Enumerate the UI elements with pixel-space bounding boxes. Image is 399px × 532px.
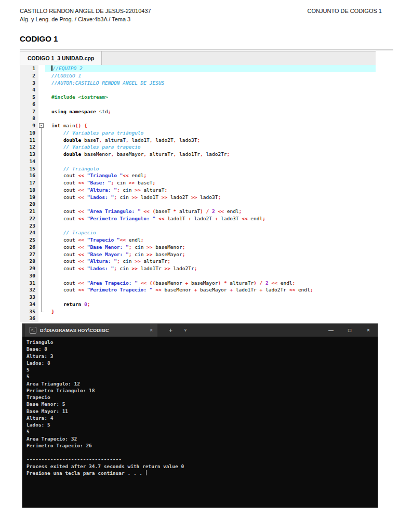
fold-gutter [38, 236, 45, 244]
close-icon[interactable]: × [359, 327, 378, 333]
line-number: 17 [20, 179, 38, 187]
code-text [45, 315, 376, 322]
console-line [26, 449, 378, 456]
line-number: 29 [20, 265, 38, 272]
code-line: 32 cout << "Perimetro Trapecio: " << bas… [20, 286, 376, 294]
console-line: Altura: 4 [26, 415, 378, 421]
code-line: 16 cout << "Triangulo "<< endl; [20, 172, 376, 179]
code-line: 17 cout << "Base: "; cin >> baseT; [20, 179, 376, 187]
line-number: 7 [20, 108, 38, 115]
fold-gutter [38, 229, 45, 236]
terminal-tab[interactable]: >_ D:\DIAGRAMAS HOY\CODIGC × [25, 324, 157, 337]
line-number: 31 [20, 280, 38, 287]
code-line: 6 [20, 101, 376, 108]
tab-close-icon[interactable]: × [150, 327, 153, 333]
code-text [45, 272, 376, 280]
line-number: 13 [20, 151, 38, 158]
code-text: cout << "Altura: "; cin >> alturaT; [45, 187, 376, 194]
code-text: using namespace std; [45, 108, 376, 115]
fold-gutter [38, 143, 45, 151]
new-tab-icon[interactable]: + [169, 327, 172, 334]
fold-collapse-icon[interactable]: - [39, 123, 44, 128]
code-text: cout << "Lados: "; cin >> lado1T >> lado… [45, 194, 376, 201]
code-line: 26 cout << "Base Menor: "; cin >> baseMe… [20, 244, 376, 251]
console-line: Presione una tecla para continuar . . . [26, 470, 378, 476]
code-line: 23 [20, 222, 376, 230]
code-text: cout << "Perimetro Triangulo: " << lado1… [45, 215, 376, 222]
chevron-down-icon[interactable]: ∨ [184, 328, 187, 332]
fold-gutter [38, 258, 45, 265]
line-number: 12 [20, 143, 38, 151]
fold-gutter [38, 72, 45, 79]
fold-gutter [38, 179, 45, 187]
code-line: 24 // Trapecio [20, 229, 376, 236]
fold-gutter [38, 280, 45, 287]
editor-tab-bar: CODIGO 1_3 UNIDAD.cpp [20, 51, 376, 65]
fold-gutter [38, 244, 45, 251]
code-text [45, 294, 376, 301]
code-text: cout << "Area Triangulo: " << (baseT * a… [45, 208, 376, 215]
console-line: 5 [26, 373, 378, 380]
fold-gutter [38, 86, 45, 94]
fold-gutter [38, 301, 45, 308]
fold-gutter [38, 286, 45, 294]
maximize-icon[interactable]: □ [340, 327, 359, 333]
code-line: 20 [20, 201, 376, 208]
code-line: 30 [20, 272, 376, 280]
editor-tab[interactable]: CODIGO 1_3 UNIDAD.cpp [20, 51, 102, 65]
window-controls: — □ × [322, 324, 378, 337]
fold-gutter [38, 208, 45, 215]
student-name: CASTILLO RENDON ANGEL DE JESUS-22010437 [20, 8, 151, 14]
fold-gutter [38, 265, 45, 272]
terminal-output[interactable]: TrianguloBase: 8Altura: 3Lados: 855Area … [22, 337, 378, 476]
line-number: 5 [20, 94, 38, 101]
code-line: 10 // Variables para triángulo [20, 129, 376, 137]
code-text: double baseMenor, baseMayor, alturaTr, l… [45, 151, 376, 158]
line-number: 34 [20, 301, 38, 308]
code-text [45, 115, 376, 122]
fold-gutter [38, 101, 45, 108]
code-line: 13 double baseMenor, baseMayor, alturaTr… [20, 151, 376, 158]
line-number: 15 [20, 165, 38, 172]
code-line: 7using namespace std; [20, 108, 376, 115]
line-number: 6 [20, 101, 38, 108]
console-line: Base Mayor: 11 [26, 408, 378, 415]
code-text: //AUTOR:CASTILLO RENDON ANGEL DE JESUS [45, 79, 376, 87]
console-line: Area Triangulo: 12 [26, 380, 378, 387]
fold-gutter [38, 79, 45, 87]
fold-gutter [38, 94, 45, 101]
terminal-window: >_ D:\DIAGRAMAS HOY\CODIGC × + ∨ — □ × T… [22, 323, 378, 508]
code-text: cout << "Base Mayor: "; cin >> baseMayor… [45, 251, 376, 258]
fold-gutter [38, 165, 45, 172]
code-line: 2//CODIGO 1 [20, 72, 376, 79]
code-line: 33 [20, 294, 376, 301]
code-area[interactable]: 1//EQUIPO 22//CODIGO 13//AUTOR:CASTILLO … [20, 65, 376, 322]
section-title: CODIGO 1 [20, 34, 58, 43]
document-header: CASTILLO RENDON ANGEL DE JESUS-22010437 … [20, 8, 382, 14]
line-number: 36 [20, 315, 38, 322]
console-line: Lados: 5 [26, 421, 378, 428]
code-line: 31 cout << "Area Trapecio: " << ((baseMe… [20, 280, 376, 287]
minimize-icon[interactable]: — [322, 327, 340, 333]
console-line: Altura: 3 [26, 353, 378, 360]
fold-marker[interactable]: - [38, 122, 45, 129]
code-text [45, 101, 376, 108]
code-text: cout << "Area Trapecio: " << ((baseMenor… [45, 280, 376, 287]
line-number: 30 [20, 272, 38, 280]
fold-gutter [38, 201, 45, 208]
console-line: Base Menor: 5 [26, 401, 378, 407]
line-number: 25 [20, 236, 38, 244]
console-line: Perimetro Trapecio: 26 [26, 442, 378, 449]
code-line: 28 cout << "Altura: "; cin >> alturaTr; [20, 258, 376, 265]
code-text: int main() { [45, 122, 376, 129]
console-line: Perimetro Triangulo: 18 [26, 387, 378, 394]
code-text: cout << "Base: "; cin >> baseT; [45, 179, 376, 187]
line-number: 21 [20, 208, 38, 215]
line-number: 18 [20, 187, 38, 194]
line-number: 4 [20, 86, 38, 94]
code-text: cout << "Lados: "; cin >> lado1Tr >> lad… [45, 265, 376, 272]
code-text [45, 86, 376, 94]
code-line: 36 [20, 315, 376, 322]
fold-gutter [38, 108, 45, 115]
code-text [45, 222, 376, 230]
